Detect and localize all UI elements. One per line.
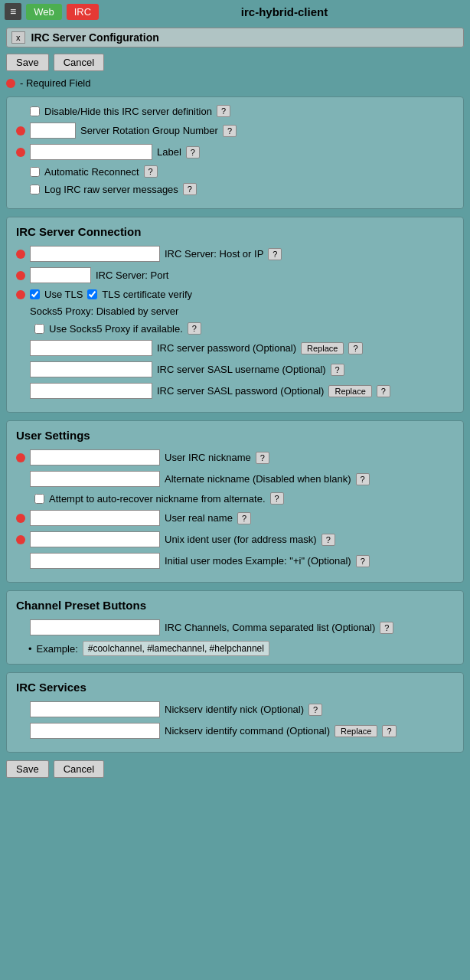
use-socks-checkbox[interactable] bbox=[34, 324, 44, 334]
save-button-bottom[interactable]: Save bbox=[6, 760, 49, 778]
host-input[interactable]: lion-v6.dal.net bbox=[30, 246, 160, 262]
irc-services-card: IRC Services Nickserv identify nick (Opt… bbox=[6, 672, 464, 753]
required-note: - Required Field bbox=[6, 77, 464, 89]
log-raw-row: Log IRC raw server messages ? bbox=[16, 183, 454, 195]
auto-reconnect-help[interactable]: ? bbox=[144, 165, 158, 178]
real-name-row: John Doe User real name ? bbox=[16, 510, 454, 526]
irc-password-input[interactable]: (blank) bbox=[30, 340, 152, 356]
label-row: DALnet Lion Label ? bbox=[16, 144, 454, 160]
disable-label: Disable/Hide this IRC server definition bbox=[44, 106, 212, 117]
use-tls-label: Use TLS bbox=[44, 289, 83, 300]
rotation-dot bbox=[16, 126, 25, 136]
tls-row: Use TLS TLS certificate verify bbox=[16, 289, 454, 300]
tab-web[interactable]: Web bbox=[26, 4, 62, 20]
channel-presets-title: Channel Preset Buttons bbox=[16, 599, 454, 612]
real-name-help[interactable]: ? bbox=[237, 512, 251, 524]
sasl-password-input[interactable]: (blank) bbox=[30, 383, 152, 399]
use-socks-label: Use Socks5 Proxy if available. bbox=[49, 323, 183, 335]
sasl-password-row: (blank) IRC server SASL password (Option… bbox=[16, 383, 454, 399]
port-label: IRC Server: Port bbox=[96, 270, 168, 281]
alt-nickname-row: Alternate nickname (Disabled when blank)… bbox=[16, 471, 454, 487]
example-label: Example: bbox=[37, 643, 78, 655]
real-name-input[interactable]: John Doe bbox=[30, 510, 160, 526]
nickserv-nick-row: Nickserv identify nick (Optional) ? bbox=[16, 701, 454, 717]
use-socks-row: Use Socks5 Proxy if available. ? bbox=[16, 322, 454, 335]
auto-recover-label: Attempt to auto-recover nickname from al… bbox=[49, 493, 266, 505]
socks-disabled-row: Socks5 Proxy: Disabled by server bbox=[16, 305, 454, 317]
window-bar: x IRC Server Configuration bbox=[6, 28, 464, 47]
log-raw-checkbox[interactable] bbox=[30, 185, 40, 194]
alt-nickname-input[interactable] bbox=[30, 471, 160, 487]
log-raw-label: Log IRC raw server messages bbox=[44, 184, 178, 195]
ident-row: user Unix ident user (for address mask) … bbox=[16, 531, 454, 547]
user-modes-input[interactable]: +i bbox=[30, 553, 160, 569]
user-modes-label: Initial user modes Example: "+i" (Option… bbox=[165, 555, 351, 567]
sasl-username-help[interactable]: ? bbox=[331, 364, 344, 376]
example-value: #coolchannel, #lamechannel, #helpchannel bbox=[83, 641, 269, 656]
cancel-button-top[interactable]: Cancel bbox=[54, 54, 104, 71]
nickserv-cmd-row: (blank) Nickserv identify command (Optio… bbox=[16, 723, 454, 739]
nickname-input[interactable]: MyNickname bbox=[30, 449, 160, 466]
cancel-button-bottom[interactable]: Cancel bbox=[54, 760, 104, 778]
ident-dot bbox=[16, 535, 25, 544]
host-row: lion-v6.dal.net IRC Server: Host or IP ? bbox=[16, 246, 454, 262]
alt-nickname-label: Alternate nickname (Disabled when blank) bbox=[165, 473, 351, 485]
general-settings-card: Disable/Hide this IRC server definition … bbox=[6, 96, 464, 209]
nickserv-cmd-help[interactable]: ? bbox=[382, 725, 396, 737]
channels-input[interactable]: #myChannel, #otherChannel bbox=[30, 619, 160, 635]
sasl-username-label: IRC server SASL username (Optional) bbox=[157, 364, 326, 375]
port-dot bbox=[16, 271, 25, 280]
label-input[interactable]: DALnet Lion bbox=[30, 144, 152, 160]
alt-nickname-help[interactable]: ? bbox=[356, 473, 370, 485]
save-button-top[interactable]: Save bbox=[6, 54, 49, 71]
use-socks-help[interactable]: ? bbox=[188, 322, 201, 335]
irc-password-row: (blank) IRC server password (Optional) R… bbox=[16, 340, 454, 356]
replace-password-button[interactable]: Replace bbox=[301, 342, 344, 354]
rotation-label: Server Rotation Group Number bbox=[80, 125, 218, 136]
rotation-input[interactable]: 0 bbox=[30, 122, 76, 139]
page-title: irc-hybrid-client bbox=[103, 5, 465, 18]
host-help[interactable]: ? bbox=[268, 248, 282, 260]
use-tls-checkbox[interactable] bbox=[30, 289, 40, 299]
sasl-username-input[interactable] bbox=[30, 361, 152, 377]
user-settings-card: User Settings MyNickname User IRC nickna… bbox=[6, 420, 464, 583]
nickname-dot bbox=[16, 453, 25, 462]
tls-verify-label: TLS certificate verify bbox=[102, 289, 192, 300]
log-raw-help[interactable]: ? bbox=[183, 183, 197, 195]
nickserv-nick-label: Nickserv identify nick (Optional) bbox=[165, 704, 304, 715]
channel-presets-card: Channel Preset Buttons #myChannel, #othe… bbox=[6, 590, 464, 665]
auto-recover-checkbox[interactable] bbox=[34, 494, 44, 504]
label-help[interactable]: ? bbox=[186, 146, 200, 158]
port-input[interactable]: 6697 bbox=[30, 267, 91, 283]
sasl-password-label: IRC server SASL password (Optional) bbox=[157, 385, 324, 397]
irc-password-help[interactable]: ? bbox=[348, 342, 362, 354]
disable-row: Disable/Hide this IRC server definition … bbox=[16, 105, 454, 117]
user-modes-help[interactable]: ? bbox=[356, 555, 370, 567]
replace-sasl-button[interactable]: Replace bbox=[328, 385, 371, 397]
menu-button[interactable]: ≡ bbox=[5, 3, 21, 20]
port-row: 6697 IRC Server: Port bbox=[16, 267, 454, 283]
auto-reconnect-checkbox[interactable] bbox=[30, 167, 40, 177]
auto-reconnect-label: Automatic Reconnect bbox=[44, 166, 139, 178]
nickserv-nick-help[interactable]: ? bbox=[308, 704, 322, 716]
ident-help[interactable]: ? bbox=[321, 534, 335, 546]
ident-input[interactable]: user bbox=[30, 531, 160, 547]
nickname-help[interactable]: ? bbox=[256, 452, 269, 464]
rotation-help[interactable]: ? bbox=[223, 125, 237, 137]
disable-help[interactable]: ? bbox=[217, 105, 230, 117]
channels-help[interactable]: ? bbox=[380, 622, 393, 634]
auto-recover-row: Attempt to auto-recover nickname from al… bbox=[16, 492, 454, 505]
window-title: IRC Server Configuration bbox=[31, 31, 159, 44]
auto-recover-help[interactable]: ? bbox=[270, 492, 284, 505]
irc-services-title: IRC Services bbox=[16, 681, 454, 694]
tab-irc[interactable]: IRC bbox=[67, 4, 99, 20]
nickserv-nick-input[interactable] bbox=[30, 701, 160, 717]
replace-nickserv-button[interactable]: Replace bbox=[335, 725, 377, 737]
sasl-password-help[interactable]: ? bbox=[377, 385, 390, 397]
nickserv-cmd-input[interactable]: (blank) bbox=[30, 723, 160, 739]
disable-checkbox[interactable] bbox=[30, 106, 40, 116]
user-modes-row: +i Initial user modes Example: "+i" (Opt… bbox=[16, 553, 454, 569]
rotation-row: 0 Server Rotation Group Number ? bbox=[16, 122, 454, 139]
tls-verify-checkbox[interactable] bbox=[87, 289, 97, 299]
close-button[interactable]: x bbox=[11, 31, 25, 44]
